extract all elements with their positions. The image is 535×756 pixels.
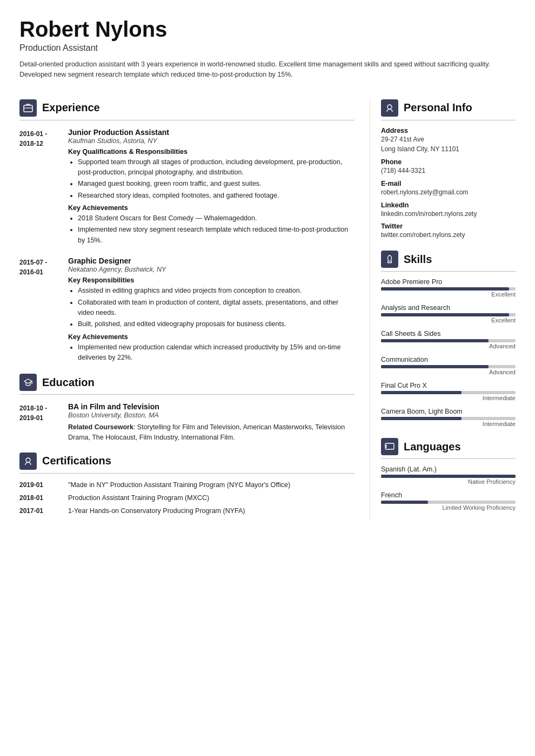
achievements-header-2: Key Achievements [68, 333, 355, 341]
experience-title: Experience [42, 102, 100, 114]
personal-info-section-header: Personal Info [381, 99, 516, 117]
personal-info-title: Personal Info [404, 102, 472, 114]
languages-title: Languages [404, 441, 461, 453]
qualification-item: Researched story ideas, compiled footnot… [78, 191, 355, 201]
skill-name: Adobe Premiere Pro [381, 278, 516, 286]
lang-name: Spanish (Lat. Am.) [381, 465, 516, 473]
lang-bar-bg [381, 501, 516, 504]
experience-body-1: Junior Production Assistant Kaufman Stud… [68, 128, 355, 247]
skill-level: Intermediate [381, 395, 516, 401]
language-item: French Limited Working Proficiency [381, 491, 516, 511]
svg-rect-6 [385, 443, 394, 449]
experience-date-1: 2016-01 - 2018-12 [19, 128, 68, 247]
email-label: E-mail [381, 180, 516, 187]
skill-bar-bg [381, 313, 516, 316]
education-title: Education [42, 376, 95, 389]
cert-entry-3: 2017-01 1-Year Hands-on Conservatory Pro… [19, 507, 355, 515]
twitter-value: twitter.com/robert.nylons.zety [381, 231, 516, 240]
qualifications-header-2: Key Responsibilities [68, 276, 355, 284]
skill-item: Communication Advanced [381, 356, 516, 375]
skill-bar-fill [381, 287, 509, 291]
twitter-label: Twitter [381, 222, 516, 230]
skill-level: Excellent [381, 291, 516, 298]
left-column: Experience 2016-01 - 2018-12 Junior Prod… [19, 99, 370, 520]
phone-value: (718) 444-3321 [381, 166, 516, 176]
education-body-1: BA in Film and Television Boston Univers… [68, 402, 355, 443]
experience-divider [19, 120, 355, 120]
education-section-header: Education [19, 374, 355, 391]
personal-info-divider [381, 120, 516, 120]
address-line1: 29-27 41st Ave [381, 135, 516, 144]
skill-bar-bg [381, 365, 516, 368]
address-line2: Long Island City, NY 11101 [381, 145, 516, 154]
skill-name: Analysis and Research [381, 304, 516, 312]
address-label: Address [381, 127, 516, 134]
linkedin-value: linkedin.com/in/robert.nylons.zety [381, 210, 516, 219]
skill-name: Call Sheets & Sides [381, 330, 516, 338]
skill-bar-fill [381, 365, 489, 368]
lang-name: French [381, 491, 516, 499]
candidate-summary: Detail-oriented production assistant wit… [19, 59, 506, 80]
phone-label: Phone [381, 158, 516, 166]
lang-level: Native Proficiency [381, 478, 516, 485]
skill-level: Advanced [381, 369, 516, 375]
skill-bar-fill [381, 339, 489, 342]
job-title-1: Junior Production Assistant [68, 128, 355, 137]
education-divider [19, 394, 355, 395]
lang-bar-fill [381, 475, 516, 478]
experience-entry-2: 2015-07 - 2016-01 Graphic Designer Nekat… [19, 256, 355, 364]
qualification-item: Managed guest booking, green room traffi… [78, 179, 355, 189]
personal-info-icon [381, 99, 398, 117]
education-date-1: 2018-10 - 2019-01 [19, 402, 68, 443]
skill-item: Camera Boom, Light Boom Intermediate [381, 408, 516, 427]
education-icon [19, 374, 37, 391]
languages-list: Spanish (Lat. Am.) Native Proficiency Fr… [381, 465, 516, 511]
skill-item: Final Cut Pro X Intermediate [381, 382, 516, 401]
certifications-title: Certifications [42, 455, 111, 467]
coursework-1: Related Coursework: Storytelling for Fil… [68, 422, 355, 443]
skill-level: Excellent [381, 317, 516, 323]
coursework-label: Related Coursework [68, 423, 133, 431]
skill-bar-fill [381, 313, 509, 316]
experience-icon [19, 99, 37, 117]
svg-rect-0 [24, 105, 32, 112]
skills-section-header: Skills [381, 251, 516, 268]
achievements-header-1: Key Achievements [68, 204, 355, 212]
skill-name: Camera Boom, Light Boom [381, 408, 516, 415]
certifications-section-header: Certifications [19, 453, 355, 470]
qualification-item: Assisted in editing graphics and video p… [78, 286, 355, 296]
skill-bar-bg [381, 391, 516, 394]
qualification-item: Supported team through all stages of pro… [78, 157, 355, 178]
linkedin-label: LinkedIn [381, 201, 516, 209]
skill-bar-bg [381, 287, 516, 291]
skills-list: Adobe Premiere Pro Excellent Analysis an… [381, 278, 516, 427]
skill-level: Intermediate [381, 421, 516, 427]
skill-name: Communication [381, 356, 516, 363]
education-entry-1: 2018-10 - 2019-01 BA in Film and Televis… [19, 402, 355, 443]
lang-bar-bg [381, 475, 516, 478]
skill-item: Call Sheets & Sides Advanced [381, 330, 516, 349]
cert-entry-1: 2019-01 "Made in NY" Production Assistan… [19, 481, 355, 489]
qualification-item: Collaborated with team in production of … [78, 298, 355, 319]
school-1: Boston University, Boston, MA [68, 411, 355, 419]
email-value: robert.nylons.zety@gmail.com [381, 188, 516, 197]
company-2: Nekatano Agency, Bushwick, NY [68, 266, 355, 273]
skills-icon [381, 251, 398, 268]
achievement-item: 2018 Student Oscars for Best Comedy — Wh… [78, 213, 355, 224]
achievement-item: Implemented new production calendar whic… [78, 342, 355, 363]
skills-divider [381, 271, 516, 272]
svg-point-3 [26, 458, 30, 462]
qualifications-list-1: Supported team through all stages of pro… [68, 157, 355, 201]
qualifications-header-1: Key Qualifications & Responsibilities [68, 148, 355, 156]
qualification-item: Built, polished, and edited videography … [78, 319, 355, 329]
achievement-item: Implemented new story segment research t… [78, 225, 355, 246]
coursework-text: : [133, 423, 137, 431]
main-content: Experience 2016-01 - 2018-12 Junior Prod… [19, 99, 516, 520]
qualifications-list-2: Assisted in editing graphics and video p… [68, 286, 355, 330]
achievements-list-2: Implemented new production calendar whic… [68, 342, 355, 363]
experience-date-2: 2015-07 - 2016-01 [19, 256, 68, 364]
experience-section-header: Experience [19, 99, 355, 117]
languages-section-header: Languages [381, 438, 516, 455]
skill-name: Final Cut Pro X [381, 382, 516, 389]
resume-header: Robert Nylons Production Assistant Detai… [19, 17, 516, 80]
